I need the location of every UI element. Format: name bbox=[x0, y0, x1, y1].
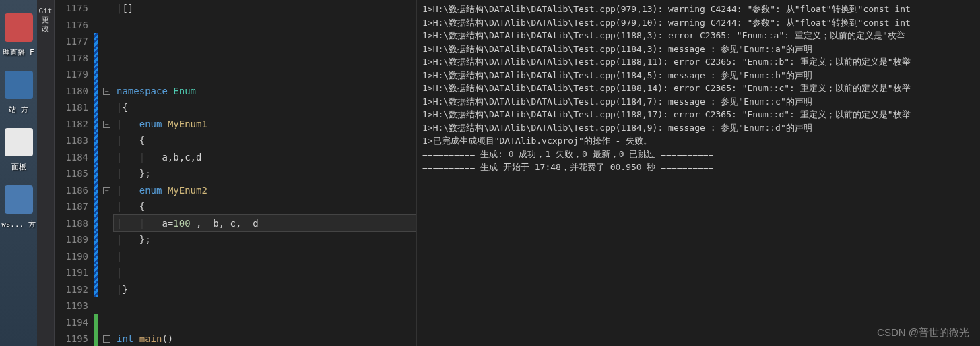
change-mark bbox=[94, 33, 98, 50]
change-mark bbox=[94, 132, 98, 149]
code-line[interactable] bbox=[114, 297, 416, 314]
line-number: 1177 bbox=[55, 33, 88, 50]
code-line[interactable]: | }; bbox=[114, 231, 416, 248]
line-number: 1178 bbox=[55, 50, 88, 67]
output-line: 1>H:\数据结构\DATAlib\DATAlib\Test.cpp(1184,… bbox=[422, 95, 975, 109]
line-number-gutter: 1175117611771178117911801181118211831184… bbox=[55, 0, 94, 346]
line-number: 1193 bbox=[55, 297, 88, 314]
line-number: 1188 bbox=[55, 215, 88, 232]
output-line: 1>H:\数据结构\DATAlib\DATAlib\Test.cpp(1188,… bbox=[422, 29, 975, 42]
code-line[interactable]: | | a,b,c,d bbox=[114, 149, 416, 166]
code-line[interactable] bbox=[114, 314, 416, 331]
line-number: 1192 bbox=[55, 281, 88, 298]
output-line: ========== 生成: 0 成功，1 失败，0 最新，0 已跳过 ====… bbox=[422, 148, 975, 161]
code-line[interactable]: | { bbox=[114, 198, 416, 215]
desktop-shortcut-label: 面板 bbox=[0, 162, 37, 172]
output-line: 1>H:\数据结构\DATAlib\DATAlib\Test.cpp(1184,… bbox=[422, 69, 975, 82]
line-number: 1185 bbox=[55, 165, 88, 182]
output-line: 1>已完成生成项目"DATAlib.vcxproj"的操作 - 失败。 bbox=[422, 134, 975, 148]
line-number: 1190 bbox=[55, 248, 88, 265]
desktop-shortcut-icon[interactable] bbox=[5, 128, 33, 156]
code-line[interactable]: | enum MyEnum2 bbox=[114, 182, 416, 199]
code-line[interactable]: | | a=100 , b, c, d bbox=[114, 215, 416, 232]
change-indicator-bar bbox=[94, 0, 100, 346]
code-line[interactable]: | { bbox=[114, 132, 416, 149]
fold-toggle-icon[interactable]: − bbox=[103, 187, 110, 194]
output-line: 1>H:\数据结构\DATAlib\DATAlib\Test.cpp(1188,… bbox=[422, 82, 975, 95]
build-output-panel[interactable]: 1>H:\数据结构\DATAlib\DATAlib\Test.cpp(979,1… bbox=[416, 0, 980, 346]
line-number: 1181 bbox=[55, 99, 88, 116]
change-mark bbox=[94, 83, 98, 100]
output-line: 1>H:\数据结构\DATAlib\DATAlib\Test.cpp(1188,… bbox=[422, 55, 975, 69]
line-number: 1194 bbox=[55, 314, 88, 331]
ide-sidebar: Git 更改 bbox=[37, 0, 55, 346]
output-line: ========== 生成 开始于 17:48，并花费了 00.950 秒 ==… bbox=[422, 161, 975, 174]
line-number: 1180 bbox=[55, 83, 88, 100]
line-number: 1182 bbox=[55, 116, 88, 133]
line-number: 1175 bbox=[55, 0, 88, 17]
line-number: 1176 bbox=[55, 17, 88, 34]
change-mark bbox=[94, 66, 98, 83]
change-mark bbox=[94, 99, 98, 116]
code-line[interactable] bbox=[114, 33, 416, 50]
code-line[interactable]: int main() bbox=[114, 330, 416, 346]
code-line[interactable]: namespace Enum bbox=[114, 83, 416, 100]
output-line: 1>H:\数据结构\DATAlib\DATAlib\Test.cpp(979,1… bbox=[422, 3, 975, 16]
code-line[interactable]: |[] bbox=[114, 0, 416, 17]
desktop-shortcut-label: 理直播 F bbox=[0, 47, 37, 57]
change-mark bbox=[94, 215, 98, 232]
change-mark bbox=[94, 314, 98, 331]
desktop-background: 理直播 F 站 方 面板 ws... 方 bbox=[0, 0, 37, 346]
code-line[interactable] bbox=[114, 66, 416, 83]
line-number: 1179 bbox=[55, 66, 88, 83]
line-number: 1186 bbox=[55, 182, 88, 199]
sidebar-tab-git[interactable]: Git 更改 bbox=[37, 3, 54, 38]
desktop-shortcut-icon[interactable] bbox=[5, 185, 33, 214]
code-text-area[interactable]: |[]namespace Enum|{| enum MyEnum1| {| | … bbox=[114, 0, 416, 346]
line-number: 1184 bbox=[55, 149, 88, 166]
change-mark bbox=[94, 281, 98, 298]
change-mark bbox=[94, 149, 98, 166]
code-line[interactable]: | }; bbox=[114, 165, 416, 182]
output-line: 1>H:\数据结构\DATAlib\DATAlib\Test.cpp(979,1… bbox=[422, 16, 975, 30]
line-number: 1187 bbox=[55, 198, 88, 215]
line-number: 1191 bbox=[55, 264, 88, 281]
fold-gutter: −−−− bbox=[100, 0, 114, 346]
code-line[interactable]: | enum MyEnum1 bbox=[114, 116, 416, 133]
code-line[interactable] bbox=[114, 17, 416, 34]
change-mark bbox=[94, 330, 98, 346]
line-number: 1195 bbox=[55, 330, 88, 346]
desktop-shortcut-icon[interactable] bbox=[5, 13, 33, 42]
desktop-shortcut-label: 站 方 bbox=[0, 105, 37, 115]
watermark-text: CSDN @普世的微光 bbox=[877, 326, 969, 339]
fold-toggle-icon[interactable]: − bbox=[103, 88, 110, 95]
fold-toggle-icon[interactable]: − bbox=[103, 335, 110, 343]
change-mark bbox=[94, 264, 98, 281]
code-line[interactable]: |{ bbox=[114, 99, 416, 116]
change-mark bbox=[94, 116, 98, 133]
desktop-shortcut-label: ws... 方 bbox=[0, 219, 37, 229]
code-editor[interactable]: 1175117611771178117911801181118211831184… bbox=[55, 0, 416, 346]
line-number: 1183 bbox=[55, 132, 88, 149]
change-mark bbox=[94, 165, 98, 182]
code-line[interactable]: | bbox=[114, 248, 416, 265]
change-mark bbox=[94, 198, 98, 215]
output-line: 1>H:\数据结构\DATAlib\DATAlib\Test.cpp(1184,… bbox=[422, 42, 975, 56]
code-line[interactable]: |} bbox=[114, 281, 416, 298]
line-number: 1189 bbox=[55, 231, 88, 248]
change-mark bbox=[94, 231, 98, 248]
output-line: 1>H:\数据结构\DATAlib\DATAlib\Test.cpp(1184,… bbox=[422, 121, 975, 135]
output-line: 1>H:\数据结构\DATAlib\DATAlib\Test.cpp(1188,… bbox=[422, 108, 975, 121]
code-line[interactable] bbox=[114, 50, 416, 67]
change-mark bbox=[94, 50, 98, 67]
desktop-shortcut-icon[interactable] bbox=[5, 71, 33, 99]
change-mark bbox=[94, 248, 98, 265]
code-line[interactable]: | bbox=[114, 264, 416, 281]
change-mark bbox=[94, 182, 98, 199]
fold-toggle-icon[interactable]: − bbox=[103, 121, 110, 128]
